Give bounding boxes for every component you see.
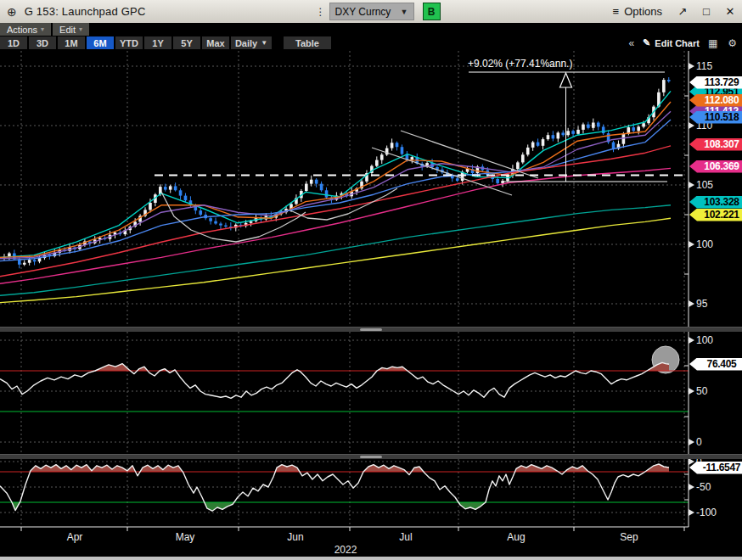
menu-actions-label: Actions	[7, 25, 37, 35]
divider-handle[interactable]	[360, 456, 382, 458]
tab-ytd[interactable]: YTD	[115, 36, 143, 49]
candle-up	[622, 134, 626, 144]
candle-down	[315, 180, 318, 184]
candle-down	[184, 196, 188, 201]
gear-icon[interactable]: ⚙	[722, 37, 742, 49]
caret-down-icon: ▾	[41, 25, 44, 33]
tab-3d[interactable]: 3D	[29, 36, 56, 49]
overflow-dots-icon[interactable]: ⋮	[316, 6, 326, 18]
tab-5y[interactable]: 5Y	[173, 36, 200, 49]
candle-down	[612, 143, 616, 149]
close-icon[interactable]: ✕	[718, 5, 742, 18]
hamburger-icon: ≡	[613, 5, 620, 18]
security-name: DXY Curncy	[335, 6, 391, 18]
candle-down	[537, 143, 540, 146]
candle-up	[149, 203, 152, 210]
ma-fast-teal	[0, 91, 671, 257]
candle-up	[542, 139, 545, 146]
candle-down	[396, 143, 399, 147]
candle-up	[642, 123, 645, 126]
candle-up	[592, 123, 595, 128]
security-selector[interactable]: DXY Curncy ▼	[329, 3, 414, 20]
candle-down	[179, 190, 183, 195]
candle-up	[305, 184, 308, 191]
candle-down	[597, 123, 600, 127]
candle-down	[325, 190, 329, 197]
axis-tick-arrow	[689, 458, 694, 465]
panel-divider[interactable]	[0, 454, 742, 459]
period-tab-bar: 1D 3D 1M 6M YTD 1Y 5Y Max Daily ▼ Table …	[0, 36, 742, 50]
candle-up	[566, 131, 570, 135]
candle-down	[571, 131, 575, 134]
divider-handle[interactable]	[360, 328, 382, 331]
title-bar: ⊕ G 153: Launchpad GPC ⋮ DXY Curncy ▼ B …	[0, 0, 742, 23]
menu-edit-label: Edit	[59, 25, 76, 35]
candle-up	[310, 180, 313, 184]
candle-down	[632, 127, 635, 131]
candle-down	[456, 178, 459, 181]
tab-table[interactable]: Table	[284, 36, 331, 49]
window-title: G 153: Launchpad GPC	[25, 5, 146, 18]
periodicity-label: Daily	[235, 38, 257, 48]
panel-divider[interactable]	[0, 327, 742, 332]
edit-chart-button[interactable]: ✎ Edit Chart	[639, 37, 703, 48]
edit-chart-label: Edit Chart	[655, 38, 700, 48]
candle-down	[667, 80, 671, 81]
axis-tick-arrow	[689, 509, 694, 516]
tab-1m[interactable]: 1M	[58, 36, 85, 49]
tab-6m[interactable]: 6M	[87, 36, 114, 49]
periodicity-dropdown[interactable]: Daily ▼	[231, 36, 272, 49]
axis-tick-arrow	[689, 484, 694, 490]
options-button[interactable]: ≡ Options	[604, 5, 671, 18]
candle-up	[38, 258, 42, 261]
candle-down	[602, 126, 605, 133]
candle-up	[28, 260, 31, 263]
menu-bar: Actions ▾ Edit ▾	[0, 23, 742, 36]
window-bottom-edge	[0, 557, 742, 560]
maximize-icon[interactable]: □	[694, 5, 718, 18]
oscillator-line	[0, 362, 669, 398]
caret-down-icon: ▾	[79, 25, 82, 33]
candle-down	[552, 135, 555, 138]
candle-up	[582, 125, 585, 130]
ma-red	[0, 146, 671, 277]
ma-dark-teal	[0, 205, 671, 295]
tab-max[interactable]: Max	[202, 36, 229, 49]
candle-up	[23, 263, 26, 265]
axis-tick-arrow	[689, 182, 694, 188]
axis-tick-arrow	[689, 63, 694, 70]
candle-up	[385, 148, 389, 155]
drawn-trendline	[401, 131, 538, 178]
axis-tick-arrow	[689, 300, 694, 307]
candle-up	[169, 186, 172, 189]
chevron-down-icon: ▼	[401, 8, 408, 16]
tab-1d[interactable]: 1D	[0, 36, 27, 49]
pencil-icon: ✎	[643, 37, 650, 48]
menu-edit[interactable]: Edit ▾	[53, 23, 89, 36]
candle-up	[662, 80, 666, 92]
axis-tick-arrow	[689, 241, 694, 248]
chart-canvas[interactable]	[0, 0, 742, 560]
candle-up	[557, 132, 560, 138]
move-icon[interactable]: ⊕	[7, 5, 17, 19]
overbought-shading	[0, 464, 669, 511]
ma-yellow	[0, 218, 671, 302]
chevron-down-icon: ▼	[261, 39, 267, 47]
axis-tick-arrow	[689, 439, 694, 445]
candle-up	[526, 148, 530, 154]
candle-down	[199, 210, 202, 215]
popout-icon[interactable]: ↗	[671, 5, 694, 18]
collapse-toolbar-icon[interactable]: «	[623, 37, 639, 49]
axis-tick-arrow	[689, 337, 694, 344]
candle-down	[587, 125, 590, 128]
candle-up	[391, 143, 394, 148]
tab-1y[interactable]: 1Y	[144, 36, 171, 49]
bloomberg-b-button[interactable]: B	[423, 3, 441, 20]
candle-down	[209, 218, 212, 221]
menu-actions[interactable]: Actions ▾	[0, 23, 51, 36]
chart-settings-icon[interactable]: ▦	[703, 37, 722, 49]
candle-down	[164, 187, 167, 190]
candle-down	[214, 221, 217, 224]
candle-down	[219, 224, 222, 226]
candle-up	[531, 143, 535, 148]
